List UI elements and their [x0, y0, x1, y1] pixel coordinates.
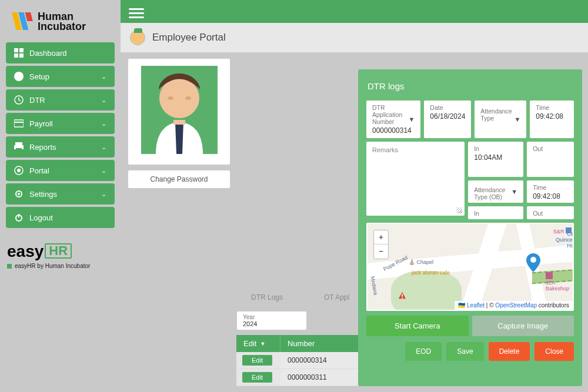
svg-marker-2 — [25, 12, 33, 21]
avatar-icon — [130, 30, 145, 45]
resize-handle-icon[interactable] — [456, 207, 462, 213]
svg-point-21 — [159, 78, 199, 118]
svg-rect-9 — [14, 120, 24, 127]
time2-field[interactable]: Time 09:42:08 — [527, 180, 574, 203]
svg-point-22 — [168, 96, 173, 100]
leaflet-link[interactable]: Leaflet — [467, 302, 485, 309]
nav-dtr[interactable]: DTR⌄ — [6, 89, 115, 110]
printer-icon — [14, 142, 24, 152]
svg-rect-5 — [14, 53, 18, 58]
aperture-icon — [14, 166, 24, 175]
nav-label: Settings — [29, 190, 57, 199]
svg-rect-6 — [19, 53, 24, 58]
topbar — [121, 0, 588, 23]
tab-ot-appl[interactable]: OT Appl — [324, 293, 349, 301]
nav-label: Setup — [29, 72, 49, 81]
dtr-logs-modal: DTR logs DTR Application Number 00000003… — [358, 69, 582, 386]
svg-point-23 — [185, 96, 191, 100]
main: Employee Portal Change Passwor — [121, 0, 588, 392]
svg-point-15 — [17, 169, 21, 172]
svg-rect-4 — [19, 48, 24, 52]
tab-dtr-logs[interactable]: DTR Logs — [251, 293, 283, 301]
card-icon — [14, 119, 24, 128]
attendance-type-field[interactable]: Attendance Type ▼ — [475, 100, 526, 138]
save-button[interactable]: Save — [446, 342, 483, 361]
dtr-number-field[interactable]: DTR Application Number 0000000314 ▼ — [366, 100, 420, 138]
nav-label: Logout — [29, 213, 53, 222]
nav: Dashboard Setup⌄ DTR⌄ Payroll⌄ Reports⌄ … — [6, 42, 115, 228]
hamburger-icon[interactable] — [129, 6, 144, 18]
background-tabs: DTR Logs OT Appl — [251, 293, 349, 301]
nav-label: Dashboard — [29, 49, 67, 58]
brand-logo: HumanIncubator — [6, 5, 115, 42]
nav-portal[interactable]: Portal⌄ — [6, 160, 115, 181]
svg-point-7 — [14, 72, 24, 81]
in2-field[interactable]: In — [468, 206, 523, 219]
map-attribution: 🇺🇦 Leaflet | © OpenStreetMap contributor… — [455, 301, 573, 310]
map[interactable]: ⛪ Chapel jack alunan cafe JEA Bakeshop C… — [366, 223, 574, 311]
chevron-down-icon: ⌄ — [101, 167, 106, 175]
chevron-down-icon: ▼ — [514, 116, 520, 123]
delete-button[interactable]: Delete — [489, 342, 530, 361]
svg-rect-11 — [15, 142, 22, 145]
chevron-down-icon: ▼ — [511, 188, 517, 195]
year-filter[interactable]: Year 2024 — [236, 311, 307, 330]
clock-icon — [14, 95, 24, 105]
out2-field[interactable]: Out — [527, 206, 574, 219]
map-zoom: + − — [373, 230, 389, 259]
employee-card: Change Password — [128, 58, 230, 386]
time-field[interactable]: Time 09:42:08 — [530, 100, 574, 138]
svg-rect-3 — [14, 48, 18, 52]
nav-logout[interactable]: Logout — [6, 207, 115, 228]
nav-reports[interactable]: Reports⌄ — [6, 136, 115, 158]
shop-icon — [546, 272, 553, 281]
svg-rect-10 — [14, 122, 24, 123]
location-pin-icon — [526, 253, 540, 274]
chevron-down-icon: ▼ — [408, 116, 415, 123]
capture-image-button[interactable]: Capture Image — [472, 316, 574, 336]
zoom-in-button[interactable]: + — [374, 230, 388, 244]
svg-rect-13 — [16, 148, 22, 151]
nav-label: Reports — [29, 143, 56, 152]
eod-button[interactable]: EOD — [405, 342, 442, 361]
nav-label: DTR — [29, 96, 45, 105]
col-edit[interactable]: Edit▼ — [236, 335, 280, 352]
date-field[interactable]: Date 06/18/2024 — [424, 100, 471, 138]
nav-setup[interactable]: Setup⌄ — [6, 66, 115, 87]
out-field[interactable]: Out — [527, 142, 574, 177]
power-icon — [14, 213, 24, 222]
remarks-field[interactable]: Remarks — [366, 142, 465, 216]
nav-label: Payroll — [29, 119, 53, 128]
edit-button[interactable]: Edit — [242, 355, 272, 366]
edit-button[interactable]: Edit — [242, 372, 272, 383]
chevron-down-icon: ⌄ — [101, 143, 106, 151]
change-password-button[interactable]: Change Password — [128, 170, 230, 189]
poi-jea: JEA Bakeshop — [546, 280, 573, 292]
hotel-icon — [564, 226, 573, 236]
chevron-down-icon: ⌄ — [101, 73, 106, 81]
zoom-out-button[interactable]: − — [374, 244, 388, 259]
chevron-down-icon: ⌄ — [101, 120, 106, 128]
sidebar: HumanIncubator Dashboard Setup⌄ DTR⌄ Pay… — [0, 0, 121, 392]
osm-link[interactable]: OpenStreetMap — [495, 302, 537, 309]
nav-dashboard[interactable]: Dashboard — [6, 42, 115, 63]
gear-icon — [14, 189, 24, 199]
start-camera-button[interactable]: Start Camera — [366, 316, 469, 336]
chevron-down-icon: ⌄ — [101, 96, 106, 104]
poi-chapel: ⛪ Chapel — [409, 259, 433, 265]
svg-point-17 — [18, 193, 20, 195]
nav-payroll[interactable]: Payroll⌄ — [6, 113, 115, 134]
nav-settings[interactable]: Settings⌄ — [6, 183, 115, 205]
clock-solid-icon — [14, 72, 24, 81]
page-title: Employee Portal — [152, 32, 226, 43]
attendance-type-ob-field[interactable]: Attendance Type (OB) ▼ — [468, 180, 523, 203]
svg-rect-24 — [173, 120, 185, 125]
page-header: Employee Portal — [121, 23, 588, 52]
nav-label: Portal — [29, 166, 49, 175]
warning-marker-icon — [398, 292, 406, 300]
modal-title: DTR logs — [368, 81, 573, 91]
filter-icon: ▼ — [260, 341, 265, 347]
svg-rect-25 — [402, 294, 403, 296]
close-button[interactable]: Close — [534, 342, 574, 361]
in-field[interactable]: In 10:04AM — [468, 142, 523, 177]
